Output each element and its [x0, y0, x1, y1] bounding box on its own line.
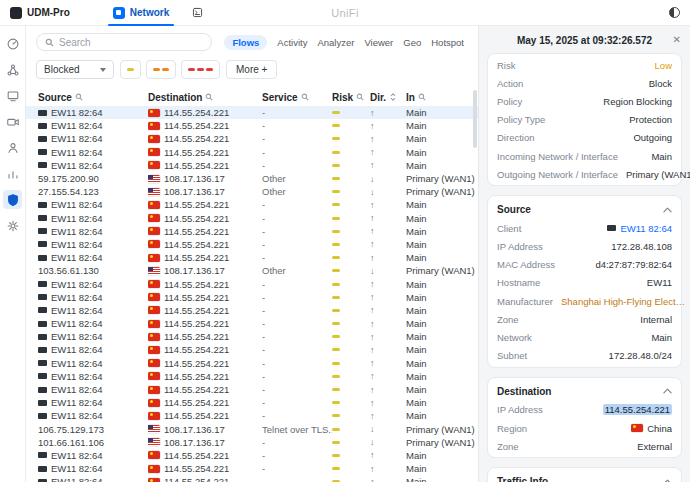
chevron-up-icon[interactable] [663, 207, 672, 213]
section-title-label: Source [497, 204, 531, 215]
risk-filter-medium[interactable] [146, 60, 176, 79]
table-row[interactable]: EW11 82:64114.55.254.221-↑Main [26, 396, 478, 409]
table-row[interactable]: EW11 82:64114.55.254.221-↑Main [26, 317, 478, 330]
column-label: Risk [332, 92, 353, 103]
tab-analyzer[interactable]: Analyzer [317, 35, 354, 50]
status-filter-select[interactable]: Blocked [36, 60, 114, 79]
column-header-destination[interactable]: Destination [148, 92, 262, 103]
table-row[interactable]: EW11 82:64114.55.254.221-↑Main [26, 212, 478, 225]
sidebar-item-devices[interactable] [3, 86, 22, 105]
console-app-tab[interactable] [186, 0, 209, 26]
tab-hotspot[interactable]: Hotspot [431, 35, 464, 50]
risk-filter-high[interactable] [181, 60, 220, 79]
table-row[interactable]: EW11 82:64114.55.254.221-↑Main [26, 383, 478, 396]
risk-filter-low[interactable] [120, 60, 141, 79]
theme-toggle-icon[interactable] [669, 7, 680, 18]
table-row[interactable]: EW11 82:64114.55.254.221-↑Main [26, 119, 478, 132]
table-row[interactable]: EW11 82:64114.55.254.221-↑Main [26, 409, 478, 422]
table-row[interactable]: 103.56.61.130108.17.136.17Other↓Primary … [26, 264, 478, 277]
tab-flows[interactable]: Flows [224, 35, 267, 50]
device-icon [38, 162, 47, 168]
sidebar-item-clients[interactable] [3, 138, 22, 157]
table-row[interactable]: EW11 82:64114.55.254.221-↑Main [26, 106, 478, 119]
table-row[interactable]: EW11 82:64114.55.254.221-↑Main [26, 462, 478, 475]
more-filters-button[interactable]: More + [226, 60, 277, 79]
field-value-text: Block [649, 78, 672, 89]
table-row[interactable]: EW11 82:64114.55.254.221-↑Main [26, 357, 478, 370]
table-row[interactable]: EW11 82:64114.55.254.221-↑Main [26, 343, 478, 356]
sidebar-item-security[interactable] [3, 190, 22, 209]
risk-low-indicator [332, 335, 340, 338]
field-value: d4:27:87:79:82:64 [595, 259, 672, 270]
table-row[interactable]: 101.66.161.106108.17.136.17-↓Primary (WA… [26, 436, 478, 449]
table-row[interactable]: EW11 82:64114.55.254.221-↑Main [26, 132, 478, 145]
sidebar-item-camera[interactable] [3, 112, 22, 131]
field-label: Subnet [497, 350, 527, 361]
table-scrollbar[interactable] [473, 88, 477, 482]
risk-low-indicator [332, 322, 340, 325]
network-app-tab[interactable]: Network [108, 0, 174, 26]
table-row[interactable]: EW11 82:64114.55.254.221-↑Main [26, 475, 478, 482]
sidebar-item-insights[interactable] [3, 164, 22, 183]
china-flag-icon [148, 122, 160, 130]
sidebar-item-dashboard[interactable] [3, 34, 22, 53]
field-label: IP Address [497, 241, 543, 252]
column-header-risk[interactable]: Risk [332, 92, 370, 103]
source-cell: EW11 82:64 [38, 371, 148, 382]
search-box[interactable] [36, 33, 212, 51]
destination-cell: 108.17.136.17 [148, 173, 262, 184]
direction-cell: ↑ [370, 279, 406, 289]
search-input[interactable] [59, 37, 203, 48]
table-row[interactable]: EW11 82:64114.55.254.221-↑Main [26, 277, 478, 290]
service-cell: - [262, 213, 332, 224]
table-row[interactable]: 59.175.200.90108.17.136.17Other↓Primary … [26, 172, 478, 185]
risk-cell [332, 283, 370, 286]
field-value: 172.28.48.0/24 [609, 350, 672, 361]
device-icon [38, 466, 47, 472]
destination-cell: 114.55.254.221 [148, 358, 262, 369]
column-header-source[interactable]: Source [38, 92, 148, 103]
risk-dash-icon [127, 68, 134, 71]
table-row[interactable]: EW11 82:64114.55.254.221-↑Main [26, 225, 478, 238]
table-row[interactable]: EW11 82:64114.55.254.221-↑Main [26, 159, 478, 172]
close-icon[interactable]: ✕ [673, 34, 681, 45]
direction-cell: ↑ [370, 108, 406, 118]
scrollbar-thumb[interactable] [473, 90, 477, 148]
table-row[interactable]: EW11 82:64114.55.254.221-↑Main [26, 198, 478, 211]
sidebar-item-settings[interactable] [3, 216, 22, 235]
in-network-label: Main [406, 292, 427, 303]
source-cell: EW11 82:64 [38, 147, 148, 158]
table-row[interactable]: EW11 82:64114.55.254.221-↑Main [26, 146, 478, 159]
table-row[interactable]: 27.155.54.123108.17.136.17Other↓Primary … [26, 185, 478, 198]
client-link[interactable]: EW11 82:64 [607, 223, 672, 234]
table-row[interactable]: EW11 82:64114.55.254.221-↑Main [26, 291, 478, 304]
table-row[interactable]: EW11 82:64114.55.254.221-↑Main [26, 304, 478, 317]
column-header-service[interactable]: Service [262, 92, 332, 103]
direction-cell: ↓ [370, 187, 406, 197]
table-row[interactable]: EW11 82:64114.55.254.221-↑Main [26, 251, 478, 264]
field-value-text: Outgoing [633, 132, 672, 143]
device-icon [38, 241, 47, 247]
chevron-up-icon[interactable] [663, 479, 672, 482]
console-switcher[interactable]: UDM-Pro [10, 7, 70, 19]
source-label: 101.66.161.106 [38, 437, 104, 448]
tab-viewer[interactable]: Viewer [364, 35, 393, 50]
tab-geo[interactable]: Geo [403, 35, 421, 50]
table-row[interactable]: EW11 82:64114.55.254.221-↑Main [26, 449, 478, 462]
china-flag-icon [148, 240, 160, 248]
column-header-dir[interactable]: Dir. [370, 92, 406, 103]
network-cell: Main [406, 226, 476, 237]
details-body: RiskLowActionBlockPolicyRegion BlockingP… [479, 53, 690, 482]
table-row[interactable]: EW11 82:64114.55.254.221-↑Main [26, 238, 478, 251]
china-flag-icon [148, 372, 160, 380]
sidebar-item-topology[interactable] [3, 60, 22, 79]
table-row[interactable]: EW11 82:64114.55.254.221-↑Main [26, 370, 478, 383]
table-row[interactable]: EW11 82:64114.55.254.221-↑Main [26, 330, 478, 343]
chevron-up-icon[interactable] [663, 388, 672, 394]
tab-activity[interactable]: Activity [277, 35, 307, 50]
column-header-in[interactable]: In [406, 92, 476, 103]
topbar-actions [669, 7, 680, 18]
detail-field-row: HostnameEW11 [497, 274, 672, 292]
risk-low-indicator [332, 137, 340, 140]
table-row[interactable]: 106.75.129.173108.17.136.17Telnet over T… [26, 423, 478, 436]
